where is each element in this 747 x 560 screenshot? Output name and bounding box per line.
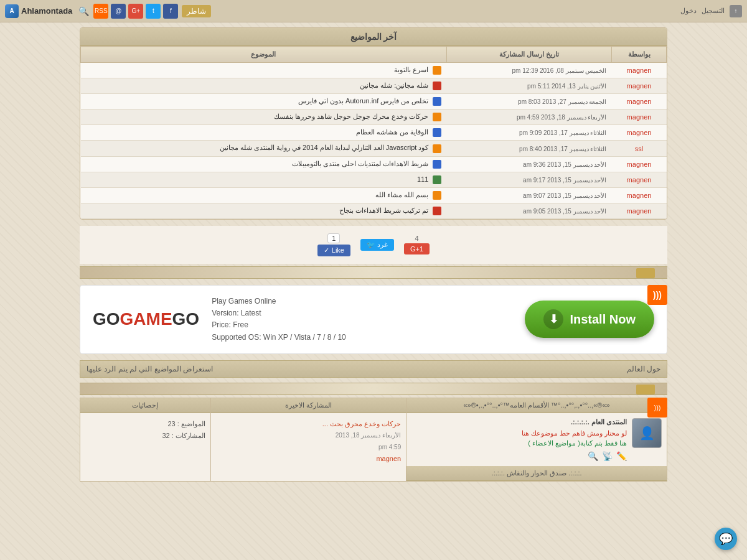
recent-column: المشاركة الاخيرة حركات وخدع محرق بحث ...… [211, 398, 406, 481]
recent-area: حركات وخدع محرق بحث ... الأربعاء ديسمبر … [211, 413, 406, 470]
topic-type-icon [433, 113, 441, 121]
topic-date: الأربعاء ديسمبر 18, 2013 pm 4:59 [517, 114, 606, 121]
topic-date: الأحد ديسمبر 15, 2013 am 9:17 [523, 177, 606, 184]
topic-type-icon [433, 66, 441, 75]
gplus-button[interactable]: G+1 [404, 243, 430, 254]
ad-section: ))) GOGAMEGO Play Games Online Version: … [80, 285, 667, 354]
col-by: بواسطة [612, 47, 667, 63]
table-row: تم تركيب شريط الاهداءات بنجاح الأحد ديسم… [81, 203, 667, 218]
posts-label: المشاركات : [172, 432, 205, 439]
topic-user[interactable]: magnen [627, 192, 652, 199]
register-link[interactable]: التسجيل [702, 7, 725, 15]
brand-game: GAME [120, 309, 172, 329]
topic-link[interactable]: حركات وخدع محرك جوجل حوجل شاهد وحررها بن… [274, 113, 428, 120]
forum-name: المنتدى العام .:.:.:.:. [522, 418, 627, 426]
top-icons: 🔍 RSS @ G+ t f [76, 4, 178, 19]
topic-user[interactable]: magnen [627, 82, 652, 90]
topic-user[interactable]: magnen [627, 176, 652, 184]
divider-right-label: استعراض المواضيع التي لم يتم الرد عليها [87, 365, 213, 373]
arrow-icon[interactable]: ↑ [730, 5, 742, 17]
topic-date: الأحد ديسمبر 15, 2013 am 9:36 [523, 161, 606, 168]
like-count: 1 [327, 233, 340, 243]
topic-type-icon [433, 82, 441, 90]
active-user-button[interactable]: شاطر [182, 5, 211, 17]
gplus-count: 4 [415, 235, 419, 242]
main-container: آخر المواضيع الموضوع تاريخ ارسال المشارك… [75, 22, 672, 489]
topic-date: الأحد ديسمبر 15, 2013 am 9:05 [523, 208, 606, 215]
tweet-icon: 🐦 [367, 241, 375, 248]
topic-user[interactable]: magnen [627, 67, 652, 74]
topic-link[interactable]: اسرع بالتوبة [394, 66, 428, 73]
recent-time: pm 4:59 [378, 444, 401, 450]
search-small-icon[interactable]: 🔍 [588, 451, 598, 461]
forum-section-column: «»®»,..°°•,.,°°•,..°™ الأقسام العامه™°•,… [406, 398, 667, 481]
forum-info: المنتدى العام .:.:.:.:. لو محتار ومش فاه… [522, 418, 627, 461]
topic-type-icon [433, 207, 441, 215]
topic-user[interactable]: magnen [627, 207, 652, 215]
topic-link[interactable]: الوقاية من هشاشه العظام [356, 128, 428, 136]
forum-icons: ✏️ 📡 🔍 [522, 451, 627, 461]
topic-type-icon [433, 128, 441, 137]
tweet-button[interactable]: 🐦 غرد [360, 239, 394, 251]
topic-link[interactable]: شله مجانين: شله مجانين [360, 82, 428, 89]
topic-type-icon [433, 144, 441, 153]
login-link[interactable]: دخول [680, 7, 697, 15]
topic-link[interactable]: تخلص من فايرس Autorun.inf بدون اتي فايرس [298, 97, 429, 105]
email-icon[interactable]: @ [111, 4, 126, 19]
ad-info: Play Games Online Version: Latest Price:… [212, 296, 512, 343]
forum-links: لو محتار ومش فاهم حط موضوعك هنا هنا فقط … [522, 429, 627, 447]
topic-type-icon [433, 191, 441, 200]
table-row: كود Javascript العد التنازلي لبداية العا… [81, 141, 667, 156]
table-row: حركات وخدع محرك جوجل حوجل شاهد وحررها بن… [81, 110, 667, 125]
forum-sub: هنا فقط بتم كتابة( مواضيع الاعضاء ) [522, 439, 627, 447]
forum-link[interactable]: لو محتار ومش فاهم حط موضوعك هنا [522, 429, 627, 437]
topic-link[interactable]: بسم الله مشاء الله [375, 191, 428, 198]
topic-link[interactable]: كود Javascript العد التنازلي لبداية العا… [220, 144, 429, 151]
gplus-icon[interactable]: G+ [128, 4, 143, 19]
rss-icon[interactable]: RSS [93, 4, 108, 19]
logo-icon: A [5, 4, 19, 18]
posts-value: 32 [162, 432, 169, 439]
topic-type-icon [433, 160, 441, 169]
ad-brand-logo: GOGAMEGO [93, 309, 199, 329]
topic-date: الأحد ديسمبر 15, 2013 am 9:07 [523, 192, 606, 199]
panel-header: آخر المواضيع [80, 28, 667, 46]
twitter-icon[interactable]: t [146, 4, 161, 19]
topic-user[interactable]: magnen [627, 161, 652, 168]
install-now-button[interactable]: ⬇ Install Now [525, 301, 654, 338]
topic-date: الثلاثاء ديسمبر 17, 2013 pm 9:09 [519, 129, 606, 136]
topic-link[interactable]: شريط الاهداءات لمنتديات احلى منتدى بالتو… [292, 160, 428, 167]
col-topic: الموضوع [81, 47, 447, 63]
topic-user[interactable]: ssl [635, 145, 643, 152]
stats-header: إحصائيات [80, 398, 210, 413]
section-rss-icon[interactable]: ))) [647, 285, 667, 305]
topic-user[interactable]: magnen [627, 113, 652, 121]
like-button[interactable]: ✓ Like [317, 245, 350, 256]
topic-date: الخميس سبتمبر 08, 2016 pm 12:39 [512, 67, 607, 74]
topic-link[interactable]: 111 [417, 175, 428, 183]
topics-value: 23 [167, 420, 175, 427]
table-row: بسم الله مشاء الله الأحد ديسمبر 15, 2013… [81, 187, 667, 203]
topic-type-icon [433, 175, 441, 184]
forums-rss-icon[interactable]: ))) [647, 398, 667, 418]
stats-column: إحصائيات المواضيع : 23 المشاركات : 32 [80, 398, 211, 481]
topic-user[interactable]: magnen [627, 98, 652, 105]
recent-topic-link[interactable]: حركات وخدع محرق بحث ... [322, 420, 401, 427]
table-row: تخلص من فايرس Autorun.inf بدون اتي فايرس… [81, 94, 667, 110]
recent-user-link[interactable]: magnen [376, 455, 401, 462]
recent-header: المشاركة الاخيرة [211, 398, 406, 413]
facebook-icon[interactable]: f [163, 4, 178, 19]
topic-link[interactable]: تم تركيب شريط الاهداءات بنجاح [339, 207, 428, 214]
rss-small-icon[interactable]: 📡 [602, 451, 613, 461]
topic-user[interactable]: magnen [627, 129, 652, 136]
topic-type-icon [433, 97, 441, 106]
tweet-label: غرد [377, 241, 388, 248]
search-icon[interactable]: 🔍 [76, 4, 91, 19]
table-row: 111 الأحد ديسمبر 15, 2013 am 9:17 magnen [81, 172, 667, 187]
chat-button[interactable]: 💬 [715, 528, 737, 550]
logo-area: A Ahlamontada [5, 4, 72, 18]
col-date: تاريخ ارسال المشاركة [446, 47, 611, 63]
forum-name-text: المنتدى العام .:.:.:.:. [571, 418, 627, 426]
edit-icon[interactable]: ✏️ [616, 451, 627, 461]
topic-date: الجمعة ديسمبر 27, 2013 pm 8:03 [518, 98, 606, 105]
